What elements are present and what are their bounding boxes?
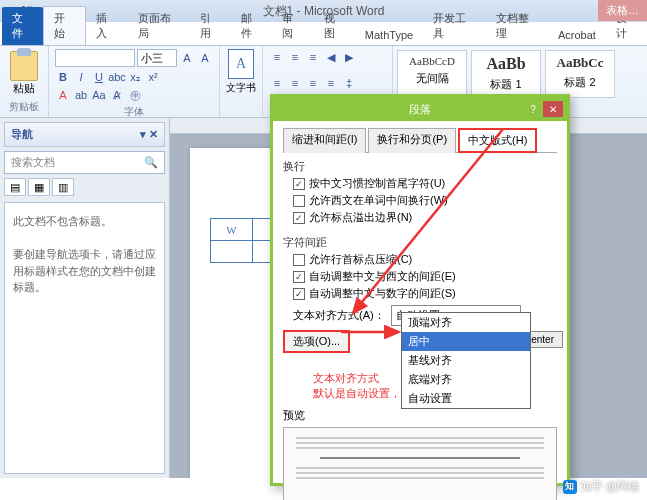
chk-asian-linebreak[interactable] [293,178,305,190]
dd-center[interactable]: 居中 [402,332,530,351]
bullets-icon[interactable]: ≡ [269,49,285,65]
nav-search-placeholder: 搜索文档 [11,155,55,170]
dialog-body: 缩进和间距(I) 换行和分页(P) 中文版式(H) 换行 按中文习惯控制首尾字符… [273,121,567,500]
tab-references[interactable]: 引用 [190,7,231,45]
table-cell[interactable]: W [211,219,253,241]
strike-icon[interactable]: abc [109,69,125,85]
style-heading1[interactable]: AaBb 标题 1 [471,50,541,98]
dlg-tab-indent[interactable]: 缩进和间距(I) [283,128,366,153]
style-heading2[interactable]: AaBbCc 标题 2 [545,50,615,98]
nav-search-input[interactable]: 搜索文档 🔍 [4,151,165,174]
paste-label: 粘贴 [13,81,35,96]
paste-icon [10,51,38,81]
shrink-font-icon[interactable]: A [197,50,213,66]
tab-acrobat[interactable]: Acrobat [548,25,606,45]
dd-bottom[interactable]: 底端对齐 [402,370,530,389]
align-center-icon[interactable]: ≡ [287,75,303,91]
dlg-tab-asian[interactable]: 中文版式(H) [458,128,537,153]
align-label: 文本对齐方式(A)： [293,308,385,323]
dialog-help-icon[interactable]: ? [523,101,543,117]
section-wrap-label: 换行 [283,159,557,174]
nav-close-icon[interactable]: ▾ ✕ [140,128,158,141]
watermark: 知 知乎 @阿德 [563,479,639,494]
line-spacing-icon[interactable]: ‡ [341,75,357,91]
multilevel-icon[interactable]: ≡ [305,49,321,65]
dialog-titlebar: 段落 ? ✕ [273,97,567,121]
textbox-icon[interactable]: A [228,49,254,79]
font-size-select[interactable] [137,49,177,67]
style-nospacing[interactable]: AaBbCcD 无间隔 [397,50,467,98]
textbox-group: A 文字书 [220,46,263,117]
preview-box [283,427,557,500]
highlight-icon[interactable]: ab [73,87,89,103]
paragraph-dialog: 段落 ? ✕ 缩进和间距(I) 换行和分页(P) 中文版式(H) 换行 按中文习… [270,94,570,486]
chk-punct-overflow[interactable] [293,212,305,224]
indent-dec-icon[interactable]: ◀ [323,49,339,65]
tab-doccleanup[interactable]: 文档整理 [486,7,548,45]
nav-title: 导航 [11,127,33,142]
nav-body: 此文档不包含标题。 要创建导航选项卡，请通过应用标题样式在您的文档中创建标题。 [4,202,165,474]
chk-cjk-latin-space[interactable] [293,271,305,283]
font-group-label: 字体 [55,105,213,119]
dd-baseline[interactable]: 基线对齐 [402,351,530,370]
nav-header: 导航 ▾ ✕ [4,122,165,147]
enclose-icon[interactable]: ㊥ [127,87,143,103]
tab-mathtype[interactable]: MathType [355,25,423,45]
dlg-tab-pagebreak[interactable]: 换行和分页(P) [368,128,456,153]
nav-empty-msg1: 此文档不包含标题。 [13,213,156,230]
superscript-icon[interactable]: x² [145,69,161,85]
clipboard-group: 粘贴 剪贴板 [0,46,49,117]
tab-insert[interactable]: 插入 [86,7,127,45]
options-button[interactable]: 选项(O)... [283,330,350,353]
justify-icon[interactable]: ≡ [323,75,339,91]
watermark-text: 知乎 @阿德 [581,479,639,494]
search-icon: 🔍 [144,156,158,169]
chk-cjk-digit-space[interactable] [293,288,305,300]
tab-file[interactable]: 文件 [2,7,43,45]
font-group: A A B I U abc x₂ x² A ab Aa A̷ ㊥ 字体 [49,46,220,117]
font-color-icon[interactable]: A [55,87,71,103]
align-left-icon[interactable]: ≡ [269,75,285,91]
nav-tab-headings[interactable]: ▤ [4,178,26,196]
ribbon-tabs: 文件 开始 插入 页面布局 引用 邮件 审阅 视图 MathType 开发工具 … [0,22,647,46]
nav-tab-pages[interactable]: ▦ [28,178,50,196]
textbox-label: 文字书 [226,81,256,95]
nav-view-tabs: ▤ ▦ ▥ [4,178,165,196]
dialog-title: 段落 [409,102,431,117]
preview-label: 预览 [283,408,557,423]
chk-compress-punct[interactable] [293,254,305,266]
align-right-icon[interactable]: ≡ [305,75,321,91]
change-case-icon[interactable]: Aa [91,87,107,103]
underline-icon[interactable]: U [91,69,107,85]
grow-font-icon[interactable]: A [179,50,195,66]
nav-empty-msg2: 要创建导航选项卡，请通过应用标题样式在您的文档中创建标题。 [13,246,156,296]
dialog-tabs: 缩进和间距(I) 换行和分页(P) 中文版式(H) [283,127,557,153]
dd-auto[interactable]: 自动设置 [402,389,530,408]
section-spacing-label: 字符间距 [283,235,557,250]
tab-layout[interactable]: 页面布局 [128,7,190,45]
dialog-close-icon[interactable]: ✕ [543,101,563,117]
subscript-icon[interactable]: x₂ [127,69,143,85]
italic-icon[interactable]: I [73,69,89,85]
indent-inc-icon[interactable]: ▶ [341,49,357,65]
preview-section: 预览 [283,408,557,500]
numbering-icon[interactable]: ≡ [287,49,303,65]
clear-format-icon[interactable]: A̷ [109,87,125,103]
navigation-pane: 导航 ▾ ✕ 搜索文档 🔍 ▤ ▦ ▥ 此文档不包含标题。 要创建导航选项卡，请… [0,118,170,478]
tab-home[interactable]: 开始 [43,6,86,45]
bold-icon[interactable]: B [55,69,71,85]
nav-tab-results[interactable]: ▥ [52,178,74,196]
window-title: 文档1 - Microsoft Word [263,3,385,20]
clipboard-group-label: 剪贴板 [6,100,42,114]
tab-developer[interactable]: 开发工具 [423,7,485,45]
dd-top[interactable]: 顶端对齐 [402,313,530,332]
font-name-select[interactable] [55,49,135,67]
table-tools-badge: 表格… [598,0,647,21]
zhihu-icon: 知 [563,480,577,494]
paste-button[interactable]: 粘贴 [6,49,42,98]
align-dropdown: 顶端对齐 居中 基线对齐 底端对齐 自动设置 [401,312,531,409]
chk-latin-wordwrap[interactable] [293,195,305,207]
